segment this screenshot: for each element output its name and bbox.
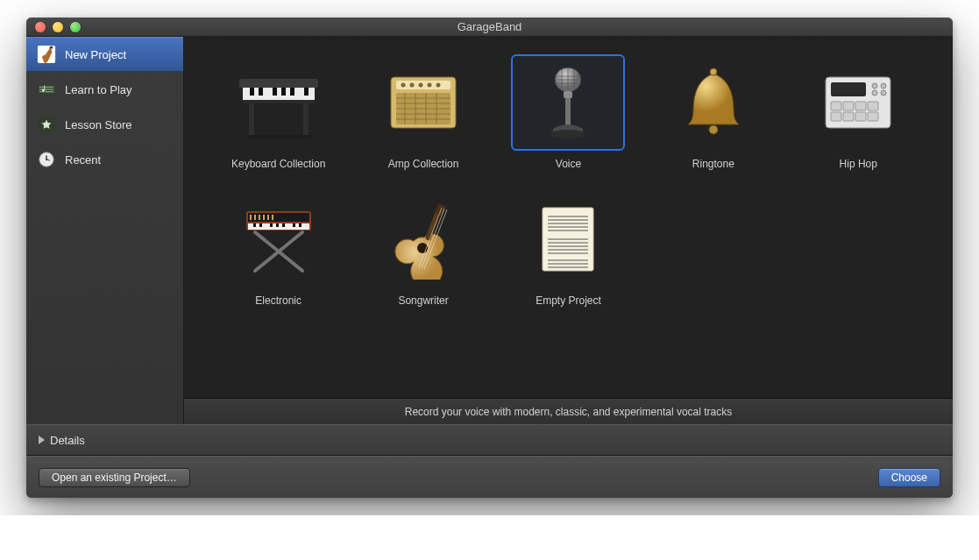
svg-rect-66 [868, 112, 878, 121]
template-description-text: Record your voice with modern, classic, … [405, 406, 733, 418]
minimize-button[interactable] [53, 22, 63, 32]
synth-icon [222, 191, 336, 287]
svg-point-51 [710, 68, 717, 75]
svg-point-57 [872, 90, 877, 96]
project-chooser-window: GarageBand New Project Learn to Play [26, 18, 953, 498]
svg-rect-82 [299, 223, 302, 227]
templates-grid: Keyboard Collection [210, 54, 926, 307]
template-label: Ringtone [692, 158, 734, 170]
template-songwriter[interactable]: Songwriter [355, 191, 491, 307]
template-label: Voice [556, 158, 581, 170]
sidebar-item-label: Recent [65, 153, 101, 167]
piano-icon [222, 54, 336, 151]
svg-rect-19 [304, 88, 309, 96]
sidebar-item-label: New Project [65, 48, 126, 61]
sidebar-item-recent[interactable]: Recent [26, 142, 183, 177]
templates-grid-wrap: Keyboard Collection [184, 37, 953, 398]
clock-icon [37, 150, 56, 169]
score-icon [37, 80, 56, 99]
svg-rect-12 [239, 79, 318, 88]
svg-rect-60 [843, 102, 854, 110]
svg-rect-14 [250, 88, 254, 96]
svg-rect-77 [259, 223, 262, 227]
template-label: Hip Hop [840, 158, 877, 170]
svg-point-29 [428, 83, 432, 88]
template-label: Amp Collection [388, 158, 459, 170]
svg-rect-49 [565, 98, 571, 126]
acoustic-guitar-icon [366, 191, 480, 287]
svg-rect-81 [293, 223, 295, 227]
button-label: Open an existing Project… [52, 471, 177, 484]
svg-point-58 [881, 90, 886, 96]
template-keyboard-collection[interactable]: Keyboard Collection [210, 54, 346, 170]
template-amp-collection[interactable]: Amp Collection [355, 54, 491, 170]
svg-point-56 [881, 83, 886, 89]
sidebar-item-label: Learn to Play [65, 83, 132, 96]
template-label: Keyboard Collection [231, 158, 325, 170]
main-body: New Project Learn to Play Lesson Store R… [26, 37, 953, 424]
template-ringtone[interactable]: Ringtone [645, 54, 781, 170]
sidebar-item-learn-to-play[interactable]: Learn to Play [26, 72, 183, 107]
svg-rect-70 [254, 215, 256, 220]
template-electronic[interactable]: Electronic [210, 191, 346, 307]
template-label: Empty Project [536, 294, 601, 307]
window-title: GarageBand [26, 20, 953, 33]
svg-rect-17 [281, 88, 286, 96]
svg-rect-16 [273, 88, 277, 96]
drum-machine-icon [801, 54, 915, 151]
guitar-icon [37, 45, 56, 64]
close-button[interactable] [35, 22, 46, 32]
amp-icon [366, 54, 480, 151]
svg-rect-15 [259, 88, 263, 96]
template-empty-project[interactable]: Empty Project [500, 191, 636, 307]
open-existing-project-button[interactable]: Open an existing Project… [39, 468, 190, 487]
zoom-button[interactable] [70, 22, 81, 32]
svg-point-11 [46, 159, 47, 160]
template-hip-hop[interactable]: Hip Hop [791, 54, 926, 170]
choose-button[interactable]: Choose [878, 468, 940, 487]
svg-rect-48 [564, 91, 572, 98]
star-icon [37, 115, 56, 134]
sidebar-item-lesson-store[interactable]: Lesson Store [26, 107, 183, 142]
svg-rect-73 [267, 215, 269, 220]
svg-rect-1 [50, 46, 53, 49]
svg-point-26 [401, 83, 406, 88]
bell-icon [656, 54, 770, 151]
svg-rect-62 [868, 102, 878, 110]
details-disclosure[interactable]: Details [26, 424, 953, 456]
svg-rect-74 [272, 215, 273, 220]
svg-rect-69 [250, 215, 252, 220]
disclosure-triangle-icon [39, 436, 45, 444]
svg-rect-68 [248, 213, 309, 222]
svg-rect-72 [263, 215, 265, 220]
svg-rect-80 [282, 223, 285, 227]
sidebar: New Project Learn to Play Lesson Store R… [26, 37, 184, 424]
svg-rect-22 [303, 103, 309, 135]
template-voice[interactable]: Voice [500, 54, 636, 170]
templates-panel: Keyboard Collection [184, 37, 953, 424]
svg-point-28 [419, 83, 423, 88]
svg-rect-76 [253, 223, 256, 227]
sidebar-item-new-project[interactable]: New Project [26, 37, 183, 72]
svg-rect-54 [831, 82, 866, 96]
svg-point-27 [410, 83, 415, 88]
svg-rect-20 [243, 100, 315, 103]
svg-point-52 [709, 125, 718, 134]
svg-rect-18 [290, 88, 294, 96]
template-description: Record your voice with modern, classic, … [184, 398, 953, 424]
template-label: Electronic [255, 294, 302, 307]
footer: Open an existing Project… Choose [26, 456, 953, 498]
traffic-lights [26, 22, 81, 32]
svg-point-30 [436, 83, 441, 88]
svg-rect-61 [855, 102, 866, 110]
titlebar: GarageBand [26, 18, 953, 37]
svg-rect-23 [246, 135, 311, 138]
svg-rect-78 [270, 223, 273, 227]
svg-rect-64 [843, 112, 854, 121]
svg-rect-71 [259, 215, 260, 220]
svg-rect-21 [249, 103, 254, 135]
details-label: Details [50, 434, 85, 447]
svg-point-55 [872, 83, 877, 89]
svg-rect-65 [855, 112, 866, 121]
sheet-music-icon [511, 191, 625, 287]
